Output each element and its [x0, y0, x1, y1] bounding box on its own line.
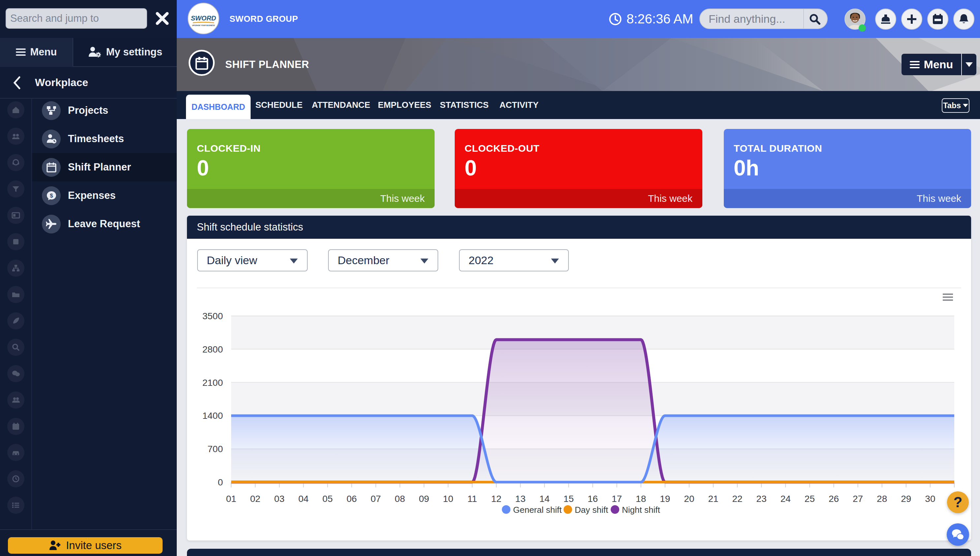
- svg-text:23: 23: [756, 494, 767, 504]
- svg-text:20: 20: [684, 494, 694, 504]
- svg-text:1400: 1400: [202, 411, 223, 421]
- svg-text:3500: 3500: [202, 311, 223, 321]
- svg-text:$: $: [50, 192, 53, 199]
- svg-text:28: 28: [877, 494, 887, 504]
- svg-text:03: 03: [274, 494, 284, 504]
- svg-text:18: 18: [636, 494, 646, 504]
- svg-text:19: 19: [660, 494, 670, 504]
- svg-text:07: 07: [371, 494, 381, 504]
- svg-text:700: 700: [207, 444, 223, 454]
- svg-text:22: 22: [732, 494, 743, 504]
- svg-text:30: 30: [925, 494, 935, 504]
- svg-text:Day shift: Day shift: [575, 505, 609, 515]
- svg-text:08: 08: [395, 494, 405, 504]
- svg-text:0: 0: [218, 477, 223, 487]
- svg-text:04: 04: [299, 494, 308, 504]
- svg-text:13: 13: [515, 494, 526, 504]
- svg-text:17: 17: [612, 494, 622, 504]
- svg-text:06: 06: [347, 494, 357, 504]
- svg-text:Night shift: Night shift: [622, 505, 660, 515]
- svg-text:12: 12: [491, 494, 502, 504]
- svg-text:UPGRADE YOUR BUSINESS: UPGRADE YOUR BUSINESS: [192, 25, 215, 26]
- svg-text:09: 09: [419, 494, 429, 504]
- svg-text:25: 25: [804, 494, 815, 504]
- svg-text:01: 01: [226, 494, 236, 504]
- svg-text:16: 16: [588, 494, 598, 504]
- svg-text:General shift: General shift: [513, 505, 562, 515]
- svg-text:26: 26: [829, 494, 839, 504]
- svg-text:27: 27: [853, 494, 863, 504]
- svg-text:05: 05: [323, 494, 333, 504]
- svg-text:11: 11: [467, 494, 477, 504]
- svg-text:15: 15: [563, 494, 574, 504]
- svg-text:SWORD: SWORD: [191, 15, 216, 22]
- svg-text:24: 24: [780, 494, 791, 504]
- svg-text:2800: 2800: [202, 344, 223, 354]
- svg-text:14: 14: [539, 494, 550, 504]
- svg-text:21: 21: [708, 494, 718, 504]
- svg-text:29: 29: [901, 494, 911, 504]
- svg-text:02: 02: [250, 494, 260, 504]
- svg-text:10: 10: [443, 494, 453, 504]
- svg-text:2100: 2100: [202, 378, 223, 388]
